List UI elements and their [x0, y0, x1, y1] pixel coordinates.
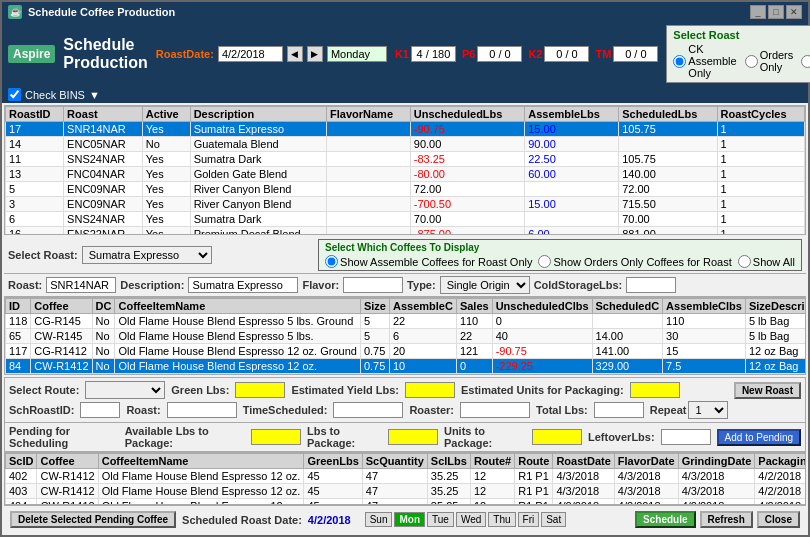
- leftover-lbs-input[interactable]: [661, 429, 711, 445]
- roast-detail-roast-input[interactable]: [46, 277, 116, 293]
- main-header: Aspire Schedule Production RoastDate: ◀ …: [2, 22, 808, 86]
- radio-show-all[interactable]: Show All: [801, 43, 810, 79]
- cell-coffee-scheduled: 141.00: [592, 344, 663, 359]
- repeat-select[interactable]: 123: [688, 401, 728, 419]
- cell-assemble: 90.00: [525, 137, 619, 152]
- day-wed-button[interactable]: Wed: [456, 512, 486, 527]
- cell-pending-green: 45: [304, 469, 362, 484]
- coffee-table-row[interactable]: 65 CW-R145 No Old Flame House Blend Espr…: [6, 329, 807, 344]
- estimated-units-input[interactable]: [630, 382, 680, 398]
- check-bins-checkbox[interactable]: [8, 88, 21, 101]
- cell-scheduled: 105.75: [619, 122, 717, 137]
- pending-col-scid: ScID: [6, 454, 37, 469]
- repeat-label: Repeat: [650, 404, 687, 416]
- cell-flavor: [327, 197, 411, 212]
- roast-table-row[interactable]: 17 SNR14NAR Yes Sumatra Expresso -90.75 …: [6, 122, 805, 137]
- coffee-table-row[interactable]: 118 CG-R145 No Old Flame House Blend Esp…: [6, 314, 807, 329]
- coffee-col-assemble: AssembleC: [389, 299, 456, 314]
- roast-table-row[interactable]: 5 ENC09NAR Yes River Canyon Blend 72.00 …: [6, 182, 805, 197]
- new-roast-button[interactable]: New Roast: [734, 382, 801, 399]
- day-sat-button[interactable]: Sat: [541, 512, 566, 527]
- next-date-button[interactable]: ▶: [307, 46, 323, 62]
- radio-orders-coffees[interactable]: Show Orders Only Coffees for Roast: [538, 255, 731, 268]
- radio-show-all-coffees[interactable]: Show All: [738, 255, 795, 268]
- cell-pending-scid: 403: [6, 484, 37, 499]
- coffee-table-row[interactable]: 84 CW-R1412 No Old Flame House Blend Esp…: [6, 359, 807, 374]
- cell-pending-scqty: 47: [362, 469, 427, 484]
- cell-coffee-assemble: 20: [389, 344, 456, 359]
- show-coffees-title: Select Which Coffees To Display: [325, 242, 795, 253]
- roaster-input[interactable]: [460, 402, 530, 418]
- pending-col-green: GreenLbs: [304, 454, 362, 469]
- minimize-button[interactable]: _: [750, 5, 766, 19]
- roast-detail-desc-input[interactable]: [188, 277, 298, 293]
- roast-table-row[interactable]: 3 ENC09NAR Yes River Canyon Blend -700.5…: [6, 197, 805, 212]
- pending-table-row[interactable]: 402 CW-R1412 Old Flame House Blend Espre…: [6, 469, 807, 484]
- roast-table-row[interactable]: 6 SNS24NAR Yes Sumatra Dark 70.00 70.00 …: [6, 212, 805, 227]
- cell-coffee-assembleclbs: 7.5: [663, 359, 746, 374]
- cell-coffee-assemble: 10: [389, 359, 456, 374]
- radio-assemble-only[interactable]: Show Assemble Coffees for Roast Only: [325, 255, 532, 268]
- radio-orders-only[interactable]: Orders Only: [745, 43, 794, 79]
- pending-label: Pending for Scheduling: [9, 425, 119, 449]
- roast-table-row[interactable]: 14 ENC05NAR No Guatemala Blend 90.00 90.…: [6, 137, 805, 152]
- add-to-pending-button[interactable]: Add to Pending: [717, 429, 801, 446]
- coffee-table-row[interactable]: 117 CG-R1412 No Old Flame House Blend Es…: [6, 344, 807, 359]
- estimated-yield-input[interactable]: [405, 382, 455, 398]
- roast-detail-cold-input[interactable]: [626, 277, 676, 293]
- available-lbs-input[interactable]: [251, 429, 301, 445]
- total-lbs-input[interactable]: [594, 402, 644, 418]
- refresh-button[interactable]: Refresh: [700, 511, 753, 528]
- units-to-package-input[interactable]: [532, 429, 582, 445]
- day-sun-button[interactable]: Sun: [365, 512, 393, 527]
- roast-detail-type-select[interactable]: Single Origin: [440, 276, 530, 294]
- roast-date-input[interactable]: [218, 46, 283, 62]
- close-window-button[interactable]: ✕: [786, 5, 802, 19]
- delete-pending-button[interactable]: Delete Selected Pending Coffee: [10, 511, 176, 528]
- cell-description: River Canyon Blend: [190, 182, 326, 197]
- k2-field: K2 0 / 0: [528, 46, 589, 62]
- cell-coffee-sales: 0: [456, 359, 492, 374]
- sch-roast-id-input[interactable]: [80, 402, 120, 418]
- schedule-button[interactable]: Schedule: [635, 511, 695, 528]
- roast-table: RoastID Roast Active Description FlavorN…: [5, 106, 805, 235]
- maximize-button[interactable]: □: [768, 5, 784, 19]
- select-route-dropdown[interactable]: [85, 381, 165, 399]
- sched-roast-input[interactable]: [167, 402, 237, 418]
- window-controls: _ □ ✕: [750, 5, 802, 19]
- lbs-to-package-input[interactable]: [388, 429, 438, 445]
- col-scheduled: ScheduledLbs: [619, 107, 717, 122]
- cell-pending-sclbs: 35.25: [427, 484, 470, 499]
- roast-table-row[interactable]: 13 FNC04NAR Yes Golden Gate Blend -80.00…: [6, 167, 805, 182]
- roast-detail-flavor-input[interactable]: [343, 277, 403, 293]
- cell-coffee-size: 0.75: [360, 359, 389, 374]
- day-mon-button[interactable]: Mon: [394, 512, 425, 527]
- cell-unscheduled: -90.75: [410, 122, 524, 137]
- day-tue-button[interactable]: Tue: [427, 512, 454, 527]
- pending-col-scqty: ScQuantity: [362, 454, 427, 469]
- roast-table-row[interactable]: 11 SNS24NAR Yes Sumatra Dark -83.25 22.5…: [6, 152, 805, 167]
- cell-active: Yes: [142, 122, 190, 137]
- pending-table-row[interactable]: 403 CW-R1412 Old Flame House Blend Espre…: [6, 484, 807, 499]
- cell-coffee-assembleclbs: 110: [663, 314, 746, 329]
- cell-scheduled: [619, 137, 717, 152]
- cell-scheduled: 70.00: [619, 212, 717, 227]
- cell-coffee-item: Old Flame House Blend Espresso 5 lbs.: [115, 329, 360, 344]
- prev-date-button[interactable]: ◀: [287, 46, 303, 62]
- roast-table-row[interactable]: 16 ENS22NAR Yes Premium Decaf Blend -875…: [6, 227, 805, 236]
- page-title: Schedule Production: [63, 36, 147, 72]
- roast-detail-flavor-label: Flavor:: [302, 279, 339, 291]
- cell-active: Yes: [142, 212, 190, 227]
- cell-flavor: [327, 122, 411, 137]
- cell-coffee-dc: No: [92, 344, 115, 359]
- day-fri-button[interactable]: Fri: [518, 512, 540, 527]
- time-scheduled-input[interactable]: [333, 402, 403, 418]
- close-button[interactable]: Close: [757, 511, 800, 528]
- day-thu-button[interactable]: Thu: [488, 512, 515, 527]
- select-roast-dropdown[interactable]: Sumatra Expresso: [82, 246, 212, 264]
- col-assemble: AssembleLbs: [525, 107, 619, 122]
- green-lbs-input[interactable]: [235, 382, 285, 398]
- radio-assemble-only-label: Show Assemble Coffees for Roast Only: [340, 256, 532, 268]
- radio-ck-assemble[interactable]: CK Assemble Only: [673, 43, 736, 79]
- check-bins-dropdown[interactable]: ▼: [89, 89, 100, 101]
